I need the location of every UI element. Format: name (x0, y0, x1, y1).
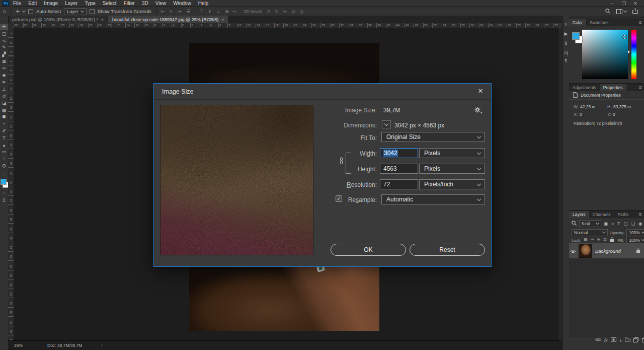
menu-edit[interactable]: Edit (25, 0, 40, 7)
new-layer-icon[interactable] (633, 337, 638, 343)
menu-image[interactable]: Image (40, 0, 61, 7)
layer-visibility-eye-icon[interactable] (569, 246, 577, 255)
hue-slider-marker[interactable] (628, 50, 630, 53)
type-layer-filter-icon[interactable]: T (617, 221, 620, 226)
image-preview[interactable] (160, 105, 313, 255)
link-dimensions-icon[interactable] (339, 157, 344, 167)
layers-tab-layers[interactable]: Layers (569, 211, 589, 218)
clone-stamp-tool[interactable]: ⊥ (0, 86, 8, 93)
layer-filter-switch-icon[interactable]: ◉ (638, 221, 642, 226)
color-picker-marker[interactable] (622, 35, 627, 39)
edit-toolbar-icon[interactable]: ⋯ (0, 172, 8, 178)
zoom-level-field[interactable]: 25% (14, 343, 23, 348)
height-input[interactable]: 4563 (380, 164, 418, 174)
actions-panel-icon[interactable]: ▶ (562, 31, 570, 36)
reset-button[interactable]: Reset (410, 244, 485, 256)
delete-layer-icon[interactable] (641, 337, 644, 343)
menu-layer[interactable]: Layer (61, 0, 81, 7)
menu-type[interactable]: Type (81, 0, 99, 7)
home-icon[interactable]: ⌂ (3, 9, 6, 14)
distribute-vertical-icon[interactable]: ⊪ (225, 9, 229, 14)
layer-group-icon[interactable] (625, 337, 630, 343)
layers-tab-paths[interactable]: Paths (614, 211, 632, 218)
close-button[interactable]: ✕ (632, 1, 639, 6)
hue-slider[interactable] (631, 30, 636, 79)
lock-pixels-icon[interactable]: ✑ (591, 237, 594, 243)
auto-select-checkbox[interactable] (28, 9, 33, 14)
foreground-color-swatch[interactable] (572, 32, 580, 40)
zoom-tool[interactable]: Ϙ (0, 163, 8, 169)
blur-tool[interactable]: ⚈ (0, 114, 8, 120)
eyedropper-tool[interactable]: ✑ (0, 65, 8, 72)
resolution-unit-dropdown[interactable]: Pixels/Inch (419, 179, 485, 189)
properties-tab-properties[interactable]: Properties (600, 84, 626, 91)
color-tab-swatches[interactable]: Swatches (586, 19, 612, 26)
lasso-tool[interactable]: ∿ (0, 38, 8, 44)
resolution-input[interactable]: 72 (380, 179, 418, 189)
gear-icon[interactable]: ▾ (474, 106, 482, 115)
shape-layer-filter-icon[interactable]: ▢ (623, 221, 627, 226)
menu-help[interactable]: Help (195, 0, 212, 7)
dialog-close-icon[interactable]: ✕ (476, 87, 485, 95)
distribute-horizontal-icon[interactable]: ☰ (186, 9, 190, 14)
height-unit-dropdown[interactable]: Pixels (419, 164, 485, 174)
search-icon[interactable] (605, 9, 610, 15)
align-horizontal-centers-icon[interactable]: ⊦ (170, 9, 173, 14)
smart-object-filter-icon[interactable]: ❏ (631, 221, 635, 226)
lock-all-icon[interactable] (610, 237, 614, 243)
menu-filter[interactable]: Filter (120, 0, 138, 7)
status-chevron-icon[interactable]: › (101, 342, 103, 347)
chevron-down-icon[interactable] (22, 9, 26, 12)
frame-tool[interactable]: ⊠ (0, 58, 8, 65)
tab-close-icon[interactable]: × (221, 17, 224, 22)
menu-select[interactable]: Select (99, 0, 120, 7)
paragraph-panel-icon[interactable]: ¶ (562, 58, 570, 63)
color-gradient-field[interactable] (582, 30, 628, 79)
pixel-layer-filter-icon[interactable]: ▣ (604, 221, 608, 226)
ok-button[interactable]: OK (331, 244, 406, 256)
lock-transparency-icon[interactable]: ▦ (584, 237, 588, 243)
rectangular-marquee-tool[interactable]: ▢ (0, 31, 8, 37)
3d-zoom-icon[interactable]: ◎ (300, 9, 304, 14)
align-left-edges-icon[interactable]: ⊢ (161, 9, 165, 14)
properties-panel-menu-icon[interactable]: ≣ (638, 84, 644, 91)
kind-filter-dropdown[interactable]: Kind (579, 220, 601, 227)
gradient-tool[interactable]: ▩ (0, 107, 8, 114)
path-selection-tool[interactable]: ▴ (0, 142, 8, 149)
dodge-tool[interactable]: ⚬ (0, 121, 8, 127)
dimensions-chevron[interactable] (382, 120, 391, 128)
link-layers-icon[interactable] (595, 337, 601, 343)
align-right-edges-icon[interactable]: ⊣ (177, 9, 181, 14)
hand-tool[interactable]: ☟ (0, 156, 8, 162)
info-panel-icon[interactable]: ℹ (562, 41, 570, 46)
document-tab-1[interactable]: pictures.psd @ 100% (Ebene 0, RGB/8#) *× (8, 16, 108, 23)
eraser-tool[interactable]: ◪ (0, 100, 8, 107)
adjustment-layer-filter-icon[interactable]: ◑ (611, 221, 614, 226)
restore-button[interactable]: ❐ (620, 1, 627, 6)
layer-mask-icon[interactable] (611, 337, 616, 343)
layer-row-background[interactable]: Background (569, 243, 644, 258)
photoshop-logo-icon[interactable]: Ps (3, 1, 10, 6)
layer-name[interactable]: Background (595, 248, 621, 254)
blend-mode-dropdown[interactable]: Normal (572, 229, 608, 236)
resample-checkbox[interactable]: ✓ (336, 195, 342, 202)
character-panel-icon[interactable]: A| (562, 50, 570, 55)
width-input[interactable]: 3042 (380, 148, 418, 158)
layers-panel-menu-icon[interactable]: ≣ (638, 211, 644, 218)
dialog-title-bar[interactable]: Image Size ✕ (154, 84, 491, 100)
quick-selection-tool[interactable]: ✎ (0, 44, 8, 51)
adjustment-layer-icon[interactable]: ◑ (619, 338, 622, 343)
move-tool-option-icon[interactable]: ✛ (16, 9, 20, 14)
history-brush-tool[interactable]: ↺ (0, 93, 8, 100)
color-tab-color[interactable]: Color (569, 19, 586, 26)
resample-dropdown[interactable]: Automatic (381, 194, 485, 204)
lock-artboard-icon[interactable]: ⊡ (603, 237, 607, 243)
menu-view[interactable]: View (152, 0, 170, 7)
fill-dropdown[interactable]: 100% (626, 237, 644, 244)
show-transform-checkbox[interactable] (90, 9, 95, 14)
menu-window[interactable]: Window (170, 0, 195, 7)
align-vertical-centers-icon[interactable]: ⊧ (209, 9, 211, 14)
3d-pan-icon[interactable]: ✛ (283, 9, 287, 14)
width-unit-dropdown[interactable]: Pixels (419, 148, 485, 158)
layer-thumbnail[interactable] (579, 244, 592, 258)
